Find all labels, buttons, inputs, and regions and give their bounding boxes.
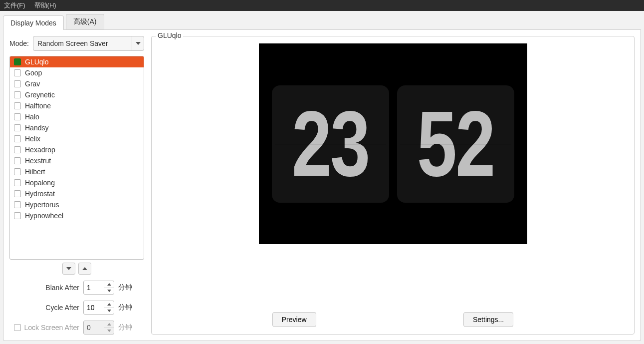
left-column: Mode: Random Screen Saver GLUqloGoopGrav… [9,36,144,335]
blank-after-unit: 分钟 [118,283,132,292]
mode-combobox-value: Random Screen Saver [33,36,132,50]
list-item[interactable]: Hypertorus [10,199,144,210]
spinner-up-icon [104,321,114,328]
list-item-label: Helix [25,135,40,143]
preview-buttons: Preview Settings... [159,312,627,327]
checkbox-icon[interactable] [14,157,21,164]
checkbox-icon[interactable] [14,190,21,197]
cycle-after-spinner[interactable] [83,301,114,315]
flip-clock-minutes: 52 [397,85,514,203]
menu-help[interactable]: 帮助(H) [34,1,56,10]
spinner-down-icon[interactable] [104,308,114,315]
cycle-after-row: Cycle After 分钟 [9,301,144,315]
flip-clock-hours: 23 [272,85,389,203]
blank-after-label: Blank After [9,284,79,292]
mode-combobox[interactable]: Random Screen Saver [33,36,144,51]
checkbox-icon[interactable] [14,80,21,87]
spinner-up-icon[interactable] [104,281,114,288]
chevron-down-icon [132,36,144,50]
list-item[interactable]: Halo [10,111,144,122]
window: Display Modes 高级(A) Mode: Random Screen … [0,11,644,344]
tab-panel: Mode: Random Screen Saver GLUqloGoopGrav… [3,30,641,341]
list-item-label: Goop [25,69,42,77]
list-item[interactable]: Hexadrop [10,144,144,155]
preview-frame: GLUqlo 23 52 Preview Settings... [151,36,635,335]
list-item-label: Hilbert [25,168,45,176]
list-item[interactable]: GLUqlo [10,56,144,67]
list-item-label: Hypnowheel [25,212,63,220]
tab-display-modes[interactable]: Display Modes [3,15,64,30]
screensaver-list[interactable]: GLUqloGoopGravGreyneticHalftoneHaloHands… [9,56,144,260]
lock-after-spinner [83,321,114,335]
list-item[interactable]: Handsy [10,122,144,133]
list-item-label: Handsy [25,124,48,132]
tab-advanced[interactable]: 高级(A) [66,14,104,29]
checkbox-icon[interactable] [14,91,21,98]
list-item-label: Hopalong [25,179,55,187]
list-item-label: Greynetic [25,91,55,99]
list-item[interactable]: Greynetic [10,89,144,100]
preview-legend: GLUqlo [156,31,183,39]
list-item[interactable]: Hexstrut [10,155,144,166]
spinner-down-icon [104,328,114,335]
checkbox-icon[interactable] [14,124,21,131]
mode-row: Mode: Random Screen Saver [9,36,144,51]
right-column: GLUqlo 23 52 Preview Settings... [151,36,635,335]
list-item[interactable]: Hypnowheel [10,210,144,221]
preview-button[interactable]: Preview [272,312,316,327]
menubar: 文件(F) 帮助(H) [0,0,644,11]
blank-after-row: Blank After 分钟 [9,281,144,295]
spinner-down-icon[interactable] [104,288,114,295]
lock-after-row: Lock Screen After 分钟 [9,321,144,335]
list-item[interactable]: Hopalong [10,177,144,188]
list-item-label: Hydrostat [25,190,55,198]
blank-after-input[interactable] [84,281,104,294]
checkbox-icon[interactable] [14,201,21,208]
spinner-up-icon[interactable] [104,301,114,308]
menu-file[interactable]: 文件(F) [4,1,25,10]
move-up-button[interactable] [78,263,91,275]
cycle-after-unit: 分钟 [118,303,132,312]
checkbox-icon[interactable] [14,135,21,142]
cycle-after-input[interactable] [84,301,104,314]
lock-after-unit: 分钟 [118,323,132,332]
list-item-label: Grav [25,80,40,88]
list-item[interactable]: Helix [10,133,144,144]
checkbox-icon[interactable] [14,113,21,120]
list-item[interactable]: Halftone [10,100,144,111]
lock-after-checkbox[interactable] [14,324,21,331]
list-item-label: Halo [25,113,39,121]
mode-label: Mode: [9,39,29,47]
reorder-buttons [9,263,144,275]
list-item-label: Hexadrop [25,146,55,154]
lock-after-label: Lock Screen After [24,324,79,332]
checkbox-icon[interactable] [14,58,21,65]
list-item-label: Halftone [25,102,51,110]
checkbox-icon[interactable] [14,146,21,153]
list-item-label: Hexstrut [25,157,51,165]
lock-after-label-wrap: Lock Screen After [9,324,79,332]
checkbox-icon[interactable] [14,168,21,175]
tabs: Display Modes 高级(A) [3,14,641,30]
checkbox-icon[interactable] [14,179,21,186]
list-item-label: GLUqlo [25,58,48,66]
clock-minutes-digit: 52 [417,91,494,197]
clock-hours-digit: 23 [292,91,369,197]
list-item[interactable]: Hydrostat [10,188,144,199]
list-item[interactable]: Goop [10,67,144,78]
preview-area: 23 52 [159,43,627,297]
blank-after-spinner[interactable] [83,281,114,295]
settings-button[interactable]: Settings... [463,312,513,327]
list-item[interactable]: Grav [10,78,144,89]
list-item[interactable]: Hilbert [10,166,144,177]
checkbox-icon[interactable] [14,212,21,219]
move-down-button[interactable] [62,263,75,275]
screensaver-preview: 23 52 [259,43,527,244]
list-item-label: Hypertorus [25,201,59,209]
checkbox-icon[interactable] [14,102,21,109]
checkbox-icon[interactable] [14,69,21,76]
cycle-after-label: Cycle After [9,304,79,312]
lock-after-input [84,321,104,334]
